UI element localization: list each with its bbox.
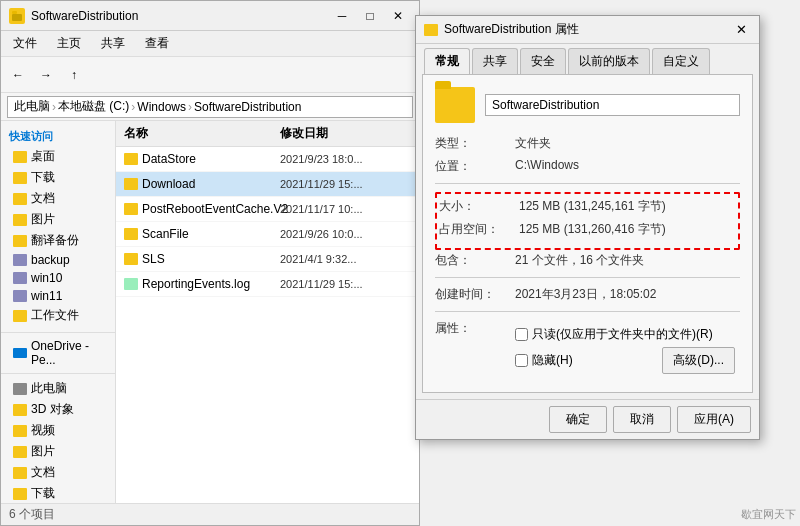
file-row-scanfile[interactable]: ScanFile 2021/9/26 10:0... — [116, 222, 419, 247]
file-row-sls[interactable]: SLS 2021/4/1 9:32... — [116, 247, 419, 272]
props-divider1 — [435, 183, 740, 184]
back-button[interactable]: ← — [5, 62, 31, 88]
props-created-row: 创建时间： 2021年3月23日，18:05:02 — [435, 286, 740, 303]
props-disksize-row: 占用空间： 125 MB (131,260,416 字节) — [439, 221, 736, 238]
props-disksize-label: 占用空间： — [439, 221, 519, 238]
tab-security[interactable]: 安全 — [520, 48, 566, 74]
menu-bar: 文件 主页 共享 查看 — [1, 31, 419, 57]
sidebar-item-docs[interactable]: 文档 — [1, 188, 115, 209]
pc-icon — [13, 383, 27, 395]
props-size-value: 125 MB (131,245,161 字节) — [519, 198, 666, 215]
sidebar-item-workfiles[interactable]: 工作文件 — [1, 305, 115, 326]
forward-button[interactable]: → — [33, 62, 59, 88]
sidebar-item-desktop[interactable]: 桌面 — [1, 146, 115, 167]
maximize-button[interactable]: □ — [357, 6, 383, 26]
folder-icon — [124, 153, 138, 165]
svg-rect-0 — [12, 14, 22, 21]
file-name: DataStore — [142, 152, 196, 166]
cancel-button[interactable]: 取消 — [613, 406, 671, 433]
explorer-title: SoftwareDistribution — [31, 9, 329, 23]
file-icon — [124, 278, 138, 290]
sidebar-item-fanyi[interactable]: 翻译备份 — [1, 230, 115, 251]
explorer-icon — [9, 8, 25, 24]
svg-rect-1 — [12, 11, 17, 14]
menu-view[interactable]: 查看 — [137, 33, 177, 54]
file-row-download[interactable]: Download 2021/11/29 15:... — [116, 172, 419, 197]
props-location-value: C:\Windows — [515, 158, 579, 175]
folder-icon — [13, 254, 27, 266]
sidebar-item-pictures2[interactable]: 图片 — [1, 441, 115, 462]
sidebar-label: OneDrive - Pe... — [31, 339, 111, 367]
sidebar-item-thispc[interactable]: 此电脑 — [1, 378, 115, 399]
file-name: PostRebootEventCache.V2 — [142, 202, 288, 216]
sidebar-item-3dobjects[interactable]: 3D 对象 — [1, 399, 115, 420]
props-divider2 — [435, 277, 740, 278]
menu-share[interactable]: 共享 — [93, 33, 133, 54]
attr-readonly-checkbox[interactable] — [515, 328, 528, 341]
sidebar-item-win11[interactable]: win11 — [1, 287, 115, 305]
address-bar: 此电脑 › 本地磁盘 (C:) › Windows › SoftwareDist… — [1, 93, 419, 121]
address-path[interactable]: 此电脑 › 本地磁盘 (C:) › Windows › SoftwareDist… — [7, 96, 413, 118]
sidebar-label: backup — [31, 253, 70, 267]
folder-icon — [13, 172, 27, 184]
tab-custom[interactable]: 自定义 — [652, 48, 710, 74]
file-row-postreboot[interactable]: PostRebootEventCache.V2 2021/11/17 10:..… — [116, 197, 419, 222]
advanced-button[interactable]: 高级(D)... — [662, 347, 735, 374]
props-close-button[interactable]: ✕ — [731, 20, 751, 40]
sidebar-item-documents[interactable]: 文档 — [1, 462, 115, 483]
ok-button[interactable]: 确定 — [549, 406, 607, 433]
sidebar-label: 图片 — [31, 211, 55, 228]
sidebar-item-videos[interactable]: 视频 — [1, 420, 115, 441]
folder-icon — [13, 290, 27, 302]
folder-icon — [13, 151, 27, 163]
close-button[interactable]: ✕ — [385, 6, 411, 26]
file-row-datastore[interactable]: DataStore 2021/9/23 18:0... — [116, 147, 419, 172]
props-title: SoftwareDistribution 属性 — [444, 21, 731, 38]
tab-previous-versions[interactable]: 以前的版本 — [568, 48, 650, 74]
up-button[interactable]: ↑ — [61, 62, 87, 88]
file-date: 2021/11/17 10:... — [276, 201, 419, 217]
minimize-button[interactable]: ─ — [329, 6, 355, 26]
menu-home[interactable]: 主页 — [49, 33, 89, 54]
sidebar-item-downloads[interactable]: 下载 — [1, 167, 115, 188]
sidebar-label: win10 — [31, 271, 62, 285]
sidebar-item-onedrive[interactable]: OneDrive - Pe... — [1, 337, 115, 369]
props-location-label: 位置： — [435, 158, 515, 175]
menu-file[interactable]: 文件 — [5, 33, 45, 54]
tab-general[interactable]: 常规 — [424, 48, 470, 75]
apply-button[interactable]: 应用(A) — [677, 406, 751, 433]
folder-icon — [13, 235, 27, 247]
file-name: ScanFile — [142, 227, 189, 241]
sidebar-label: 工作文件 — [31, 307, 79, 324]
column-name[interactable]: 名称 — [116, 123, 276, 144]
props-type-value: 文件夹 — [515, 135, 551, 152]
tab-share[interactable]: 共享 — [472, 48, 518, 74]
sidebar-item-pictures[interactable]: 图片 — [1, 209, 115, 230]
props-type-row: 类型： 文件夹 — [435, 135, 740, 152]
file-date: 2021/11/29 15:... — [276, 276, 419, 292]
file-date: 2021/11/29 15:... — [276, 176, 419, 192]
props-content: 类型： 文件夹 位置： C:\Windows 大小： 125 MB (131,2… — [422, 74, 753, 393]
file-list-header: 名称 修改日期 — [116, 121, 419, 147]
sidebar-item-downloads2[interactable]: 下载 — [1, 483, 115, 503]
column-date[interactable]: 修改日期 — [276, 123, 419, 144]
sidebar-item-win10[interactable]: win10 — [1, 269, 115, 287]
attr-hidden-checkbox[interactable] — [515, 354, 528, 367]
file-name: Download — [142, 177, 195, 191]
sidebar-label: 图片 — [31, 443, 55, 460]
file-row-reportingevents[interactable]: ReportingEvents.log 2021/11/29 15:... — [116, 272, 419, 297]
sidebar-item-backup[interactable]: backup — [1, 251, 115, 269]
folder-icon — [13, 488, 27, 500]
folder-icon — [13, 467, 27, 479]
props-disksize-value: 125 MB (131,260,416 字节) — [519, 221, 666, 238]
file-date: 2021/9/26 10:0... — [276, 226, 419, 242]
attr-hidden-label: 隐藏(H) — [532, 352, 573, 369]
folder-icon — [124, 203, 138, 215]
sidebar-label: 视频 — [31, 422, 55, 439]
quick-access-title[interactable]: 快速访问 — [1, 125, 115, 146]
sidebar-label: 文档 — [31, 464, 55, 481]
sidebar-label: win11 — [31, 289, 62, 303]
folder-name-input[interactable] — [485, 94, 740, 116]
props-contains-row: 包含： 21 个文件，16 个文件夹 — [435, 252, 740, 269]
folder-icon — [13, 404, 27, 416]
